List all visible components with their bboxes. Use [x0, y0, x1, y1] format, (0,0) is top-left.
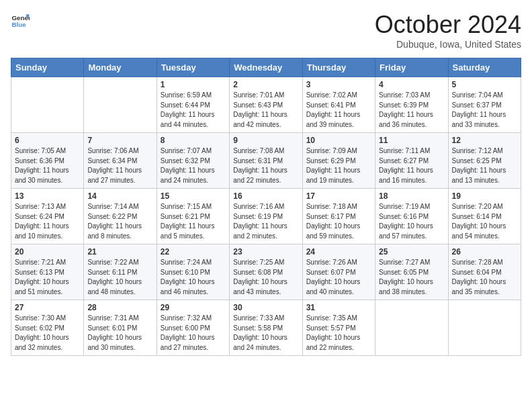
day-number: 12 [452, 136, 517, 145]
day-number: 20 [15, 247, 80, 257]
day-number: 30 [233, 303, 298, 312]
day-number: 3 [306, 80, 371, 89]
day-number: 19 [452, 191, 517, 201]
day-info: Sunrise: 7:04 AM Sunset: 6:37 PM Dayligh… [452, 91, 517, 130]
day-number: 9 [233, 136, 298, 145]
calendar-week-row: 20Sunrise: 7:21 AM Sunset: 6:13 PM Dayli… [11, 244, 521, 300]
day-info: Sunrise: 7:33 AM Sunset: 5:58 PM Dayligh… [233, 314, 298, 353]
calendar-cell: 5Sunrise: 7:04 AM Sunset: 6:37 PM Daylig… [448, 77, 521, 133]
day-number: 25 [379, 247, 444, 257]
calendar-cell: 6Sunrise: 7:05 AM Sunset: 6:36 PM Daylig… [11, 133, 84, 189]
day-info: Sunrise: 7:11 AM Sunset: 6:27 PM Dayligh… [379, 146, 444, 185]
day-number: 17 [306, 191, 371, 201]
day-number: 16 [233, 191, 298, 201]
calendar-cell: 30Sunrise: 7:33 AM Sunset: 5:58 PM Dayli… [230, 300, 302, 356]
calendar-cell: 16Sunrise: 7:16 AM Sunset: 6:19 PM Dayli… [230, 189, 302, 244]
day-info: Sunrise: 7:32 AM Sunset: 6:00 PM Dayligh… [161, 314, 226, 353]
day-number: 23 [233, 247, 298, 257]
calendar-cell: 15Sunrise: 7:15 AM Sunset: 6:21 PM Dayli… [157, 189, 229, 244]
weekday-header: Wednesday [230, 58, 302, 77]
day-number: 14 [87, 191, 152, 201]
day-number: 18 [379, 191, 444, 201]
weekday-header: Monday [84, 58, 157, 77]
day-info: Sunrise: 7:21 AM Sunset: 6:13 PM Dayligh… [15, 258, 80, 297]
logo-icon: General Blue [11, 11, 30, 30]
day-info: Sunrise: 7:14 AM Sunset: 6:22 PM Dayligh… [87, 202, 152, 241]
calendar-cell: 17Sunrise: 7:18 AM Sunset: 6:17 PM Dayli… [302, 189, 375, 244]
day-info: Sunrise: 7:24 AM Sunset: 6:10 PM Dayligh… [161, 258, 226, 297]
calendar-cell: 19Sunrise: 7:20 AM Sunset: 6:14 PM Dayli… [448, 189, 521, 244]
day-number: 24 [306, 247, 371, 257]
day-info: Sunrise: 7:31 AM Sunset: 6:01 PM Dayligh… [87, 314, 152, 353]
day-info: Sunrise: 7:16 AM Sunset: 6:19 PM Dayligh… [233, 202, 298, 241]
day-info: Sunrise: 7:30 AM Sunset: 6:02 PM Dayligh… [15, 314, 80, 353]
calendar-cell: 3Sunrise: 7:02 AM Sunset: 6:41 PM Daylig… [302, 77, 375, 133]
calendar-cell: 23Sunrise: 7:25 AM Sunset: 6:08 PM Dayli… [230, 244, 302, 300]
day-info: Sunrise: 7:35 AM Sunset: 5:57 PM Dayligh… [306, 314, 371, 353]
calendar-cell [375, 300, 448, 356]
day-info: Sunrise: 7:09 AM Sunset: 6:29 PM Dayligh… [306, 146, 371, 185]
calendar-cell: 27Sunrise: 7:30 AM Sunset: 6:02 PM Dayli… [11, 300, 84, 356]
day-info: Sunrise: 7:03 AM Sunset: 6:39 PM Dayligh… [379, 91, 444, 130]
day-number: 5 [452, 80, 517, 89]
day-info: Sunrise: 7:18 AM Sunset: 6:17 PM Dayligh… [306, 202, 371, 241]
day-number: 6 [15, 136, 80, 145]
day-number: 28 [87, 303, 152, 312]
day-info: Sunrise: 7:07 AM Sunset: 6:32 PM Dayligh… [161, 146, 226, 185]
weekday-header-row: SundayMondayTuesdayWednesdayThursdayFrid… [11, 58, 521, 77]
day-info: Sunrise: 7:13 AM Sunset: 6:24 PM Dayligh… [15, 202, 80, 241]
day-number: 11 [379, 136, 444, 145]
day-info: Sunrise: 7:01 AM Sunset: 6:43 PM Dayligh… [233, 91, 298, 130]
weekday-header: Thursday [302, 58, 375, 77]
day-number: 29 [161, 303, 226, 312]
day-number: 26 [452, 247, 517, 257]
day-number: 1 [161, 80, 226, 89]
weekday-header: Sunday [11, 58, 84, 77]
day-number: 31 [306, 303, 371, 312]
day-info: Sunrise: 7:28 AM Sunset: 6:04 PM Dayligh… [452, 258, 517, 297]
calendar-week-row: 13Sunrise: 7:13 AM Sunset: 6:24 PM Dayli… [11, 189, 521, 244]
calendar-table: SundayMondayTuesdayWednesdayThursdayFrid… [11, 58, 521, 356]
day-info: Sunrise: 7:22 AM Sunset: 6:11 PM Dayligh… [87, 258, 152, 297]
calendar-cell: 31Sunrise: 7:35 AM Sunset: 5:57 PM Dayli… [302, 300, 375, 356]
calendar-cell: 14Sunrise: 7:14 AM Sunset: 6:22 PM Dayli… [84, 189, 157, 244]
calendar-cell: 12Sunrise: 7:12 AM Sunset: 6:25 PM Dayli… [448, 133, 521, 189]
day-info: Sunrise: 7:06 AM Sunset: 6:34 PM Dayligh… [87, 146, 152, 185]
day-info: Sunrise: 7:26 AM Sunset: 6:07 PM Dayligh… [306, 258, 371, 297]
calendar-cell: 22Sunrise: 7:24 AM Sunset: 6:10 PM Dayli… [157, 244, 229, 300]
calendar-cell [11, 77, 84, 133]
calendar-cell: 9Sunrise: 7:08 AM Sunset: 6:31 PM Daylig… [230, 133, 302, 189]
calendar-week-row: 6Sunrise: 7:05 AM Sunset: 6:36 PM Daylig… [11, 133, 521, 189]
title-block: October 2024 Dubuque, Iowa, United State… [375, 11, 521, 50]
calendar-cell: 25Sunrise: 7:27 AM Sunset: 6:05 PM Dayli… [375, 244, 448, 300]
calendar-cell: 13Sunrise: 7:13 AM Sunset: 6:24 PM Dayli… [11, 189, 84, 244]
calendar-cell: 1Sunrise: 6:59 AM Sunset: 6:44 PM Daylig… [157, 77, 229, 133]
calendar-week-row: 27Sunrise: 7:30 AM Sunset: 6:02 PM Dayli… [11, 300, 521, 356]
day-number: 21 [87, 247, 152, 257]
day-info: Sunrise: 6:59 AM Sunset: 6:44 PM Dayligh… [161, 91, 226, 130]
calendar-cell: 2Sunrise: 7:01 AM Sunset: 6:43 PM Daylig… [230, 77, 302, 133]
calendar-cell: 28Sunrise: 7:31 AM Sunset: 6:01 PM Dayli… [84, 300, 157, 356]
calendar-cell: 26Sunrise: 7:28 AM Sunset: 6:04 PM Dayli… [448, 244, 521, 300]
page-header: General Blue October 2024 Dubuque, Iowa,… [11, 11, 521, 50]
calendar-cell: 10Sunrise: 7:09 AM Sunset: 6:29 PM Dayli… [302, 133, 375, 189]
calendar-week-row: 1Sunrise: 6:59 AM Sunset: 6:44 PM Daylig… [11, 77, 521, 133]
calendar-cell: 11Sunrise: 7:11 AM Sunset: 6:27 PM Dayli… [375, 133, 448, 189]
location: Dubuque, Iowa, United States [375, 39, 521, 50]
day-number: 8 [161, 136, 226, 145]
day-info: Sunrise: 7:25 AM Sunset: 6:08 PM Dayligh… [233, 258, 298, 297]
month-title: October 2024 [375, 11, 521, 39]
day-info: Sunrise: 7:27 AM Sunset: 6:05 PM Dayligh… [379, 258, 444, 297]
calendar-cell: 29Sunrise: 7:32 AM Sunset: 6:00 PM Dayli… [157, 300, 229, 356]
day-number: 13 [15, 191, 80, 201]
logo: General Blue [11, 11, 30, 30]
weekday-header: Tuesday [157, 58, 229, 77]
day-number: 10 [306, 136, 371, 145]
svg-text:Blue: Blue [11, 21, 26, 28]
calendar-cell: 8Sunrise: 7:07 AM Sunset: 6:32 PM Daylig… [157, 133, 229, 189]
day-number: 4 [379, 80, 444, 89]
calendar-cell: 20Sunrise: 7:21 AM Sunset: 6:13 PM Dayli… [11, 244, 84, 300]
calendar-cell: 24Sunrise: 7:26 AM Sunset: 6:07 PM Dayli… [302, 244, 375, 300]
day-number: 15 [161, 191, 226, 201]
calendar-cell: 4Sunrise: 7:03 AM Sunset: 6:39 PM Daylig… [375, 77, 448, 133]
